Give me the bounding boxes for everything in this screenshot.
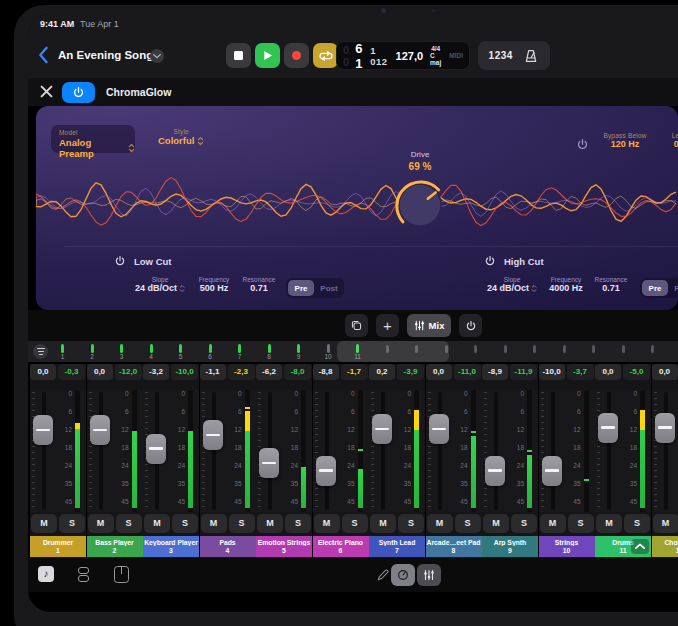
fader-cap[interactable] [655, 413, 675, 443]
low-cut-pre-button[interactable]: Pre [288, 280, 314, 296]
add-track-button[interactable]: + [376, 314, 399, 337]
stop-button[interactable] [226, 43, 251, 68]
fader-cap[interactable] [429, 414, 449, 444]
keyboard-icon[interactable] [114, 566, 132, 584]
solo-button[interactable]: S [398, 514, 424, 533]
channel-peak-readout[interactable]: -5,0 [623, 364, 650, 380]
record-button[interactable] [284, 43, 309, 68]
high-cut-slope[interactable]: Slope 24 dB/Oct [484, 276, 540, 293]
chevron-up-icon[interactable] [631, 539, 649, 554]
track-name-card[interactable]: Arcade…eet Pad 8 [426, 536, 482, 557]
channel-volume-readout[interactable]: 0,0 [426, 364, 452, 380]
track-name-card[interactable]: Emotion Strings 5 [256, 536, 312, 557]
low-cut-resonance[interactable]: Resonance 0.71 [236, 276, 282, 293]
channel-volume-readout[interactable]: 0,0 [652, 364, 678, 380]
filter-icon[interactable] [33, 344, 48, 359]
bypass-below-control[interactable]: Bypass Below 120 Hz [594, 132, 656, 149]
minimap-visible-window[interactable] [337, 341, 449, 362]
mute-button[interactable]: M [370, 514, 396, 533]
metronome-icon[interactable] [523, 48, 539, 64]
channel-volume-readout[interactable]: 0,2 [369, 364, 395, 380]
level-control[interactable]: Level 0.0 [660, 132, 678, 149]
low-cut-power-icon[interactable] [114, 255, 126, 267]
channel-peak-readout[interactable]: -3,9 [397, 364, 424, 380]
fader-cap[interactable] [485, 456, 505, 486]
high-cut-post-button[interactable]: Post [670, 280, 678, 296]
channel-volume-readout[interactable]: -8,9 [482, 364, 508, 380]
plugins-icon[interactable] [76, 566, 94, 584]
track-name-card[interactable]: Strings 10 [539, 536, 595, 557]
channel-volume-readout[interactable]: -6,2 [256, 364, 282, 380]
track-name-card[interactable]: Bass Player 2 [87, 536, 143, 557]
channel-peak-readout[interactable]: -0,3 [58, 364, 85, 380]
fader-cap[interactable] [146, 434, 166, 464]
mute-button[interactable]: M [653, 514, 678, 533]
track-name-card[interactable]: Keyboard Player 3 [143, 536, 199, 557]
style-selector[interactable]: Style Colorful [158, 128, 204, 146]
channel-peak-readout[interactable]: -11,0 [454, 364, 481, 380]
play-button[interactable] [255, 43, 280, 68]
fader-cap[interactable] [372, 414, 392, 444]
track-name-card[interactable]: Drummer 1 [30, 536, 86, 557]
solo-button[interactable]: S [116, 514, 142, 533]
mute-button[interactable]: M [596, 514, 622, 533]
mute-button[interactable]: M [144, 514, 170, 533]
channel-peak-readout[interactable]: -2,3 [228, 364, 255, 380]
low-cut-frequency[interactable]: Frequency 500 Hz [188, 276, 240, 293]
track-name-card[interactable]: Arp Synth 9 [482, 536, 538, 557]
mute-button[interactable]: M [540, 514, 566, 533]
channel-peak-readout[interactable]: -8,0 [284, 364, 311, 380]
solo-button[interactable]: S [624, 514, 650, 533]
back-chevron-icon[interactable] [36, 46, 50, 64]
bypass-power-icon[interactable] [576, 138, 589, 151]
fader-cap[interactable] [33, 415, 53, 445]
model-selector[interactable]: Model Analog Preamp [51, 125, 135, 153]
track-name-card[interactable]: Electric Piano 6 [313, 536, 369, 557]
duplicate-button[interactable] [345, 314, 368, 337]
mixer-power-button[interactable] [459, 314, 482, 337]
track-minimap[interactable]: 1234567891011 [28, 341, 678, 362]
fader-cap[interactable] [259, 448, 279, 478]
browser-icon[interactable]: ♪ [38, 566, 56, 584]
plugin-power-button[interactable] [62, 82, 95, 103]
mute-button[interactable]: M [427, 514, 453, 533]
high-cut-pre-button[interactable]: Pre [642, 280, 668, 296]
channel-volume-readout[interactable]: 0,0 [87, 364, 113, 380]
lcd-display[interactable]: 0 0 6 1 1 012 127,0 4/4 C maj MIDI [336, 41, 470, 70]
solo-button[interactable]: S [59, 514, 85, 533]
count-in-button[interactable]: 1234 [489, 50, 513, 61]
mute-button[interactable]: M [88, 514, 114, 533]
channel-volume-readout[interactable]: -1,1 [200, 364, 226, 380]
song-title[interactable]: An Evening Song [58, 49, 153, 61]
low-cut-post-button[interactable]: Post [316, 280, 342, 296]
mute-button[interactable]: M [314, 514, 340, 533]
fader-cap[interactable] [203, 420, 223, 450]
channel-peak-readout[interactable]: -3,7 [567, 364, 594, 380]
solo-button[interactable]: S [455, 514, 481, 533]
channel-volume-readout[interactable]: 0,0 [30, 364, 56, 380]
track-name-card[interactable]: Pads 4 [200, 536, 256, 557]
fader-cap[interactable] [316, 456, 336, 486]
channel-peak-readout[interactable]: -12,0 [115, 364, 142, 380]
high-cut-power-icon[interactable] [484, 255, 496, 267]
track-name-card[interactable]: Synth Lead 7 [369, 536, 425, 557]
channel-volume-readout[interactable]: -8,8 [313, 364, 339, 380]
channel-peak-readout[interactable]: -1,7 [341, 364, 368, 380]
song-menu-button[interactable] [150, 49, 164, 63]
channel-peak-readout[interactable]: -10,0 [171, 364, 198, 380]
high-cut-resonance[interactable]: Resonance 0.71 [588, 276, 634, 293]
pencil-icon[interactable] [376, 568, 390, 582]
low-cut-slope[interactable]: Slope 24 dB/Oct [132, 276, 188, 293]
channel-volume-readout[interactable]: -10,0 [539, 364, 565, 380]
solo-button[interactable]: S [229, 514, 255, 533]
mute-button[interactable]: M [31, 514, 57, 533]
solo-button[interactable]: S [568, 514, 594, 533]
drive-knob[interactable] [391, 176, 449, 234]
solo-button[interactable]: S [342, 514, 368, 533]
mute-button[interactable]: M [483, 514, 509, 533]
mute-button[interactable]: M [201, 514, 227, 533]
track-name-card[interactable]: Chorus V 12 [652, 536, 678, 557]
mix-view-button[interactable]: Mix [407, 314, 451, 337]
fader-cap[interactable] [542, 456, 562, 486]
cycle-button[interactable] [313, 43, 338, 68]
